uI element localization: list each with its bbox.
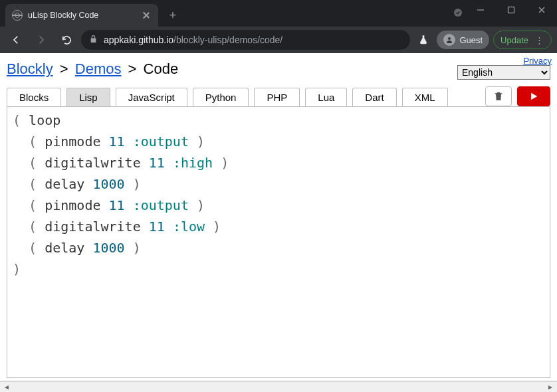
scroll-right-icon[interactable]: ► [545,383,556,392]
update-label: Update [501,35,528,45]
breadcrumb: Blockly > Demos > Code [7,60,178,78]
tab-javascript[interactable]: JavaScript [116,88,187,106]
page-header: Blockly > Demos > Code English [0,53,557,86]
tab-lisp[interactable]: Lisp [66,88,110,106]
tab-xml[interactable]: XML [402,88,448,106]
browser-tab[interactable]: uLisp Blockly Code [5,4,158,27]
avatar-icon [443,34,455,46]
tab-dart[interactable]: Dart [352,88,396,106]
address-bar[interactable]: appkaki.github.io/blockly-ulisp/demos/co… [81,30,410,50]
forward-button[interactable] [31,29,52,50]
globe-icon [12,10,23,21]
browser-toolbar: appkaki.github.io/blockly-ulisp/demos/co… [0,27,557,53]
breadcrumb-code: Code [144,60,179,77]
svg-point-5 [448,37,451,40]
update-button[interactable]: Update ⋮ [493,31,552,49]
tab-python[interactable]: Python [193,88,249,106]
code-tabs: BlocksLispJavaScriptPythonPHPLuaDartXML [0,86,557,106]
close-window-button[interactable] [526,0,557,20]
run-button[interactable] [517,86,550,106]
tab-blocks[interactable]: Blocks [7,88,61,106]
tab-php[interactable]: PHP [254,88,300,106]
labs-icon[interactable] [414,35,433,45]
new-tab-button[interactable]: + [164,6,182,25]
breadcrumb-sep: > [126,60,140,77]
url-text: appkaki.github.io/blockly-ulisp/demos/co… [104,35,282,45]
language-select[interactable]: English [457,65,550,80]
maximize-button[interactable] [496,0,526,20]
svg-rect-2 [508,7,514,13]
code-panel[interactable]: ( loop ( pinmode 11 :output ) ( digitalw… [7,106,550,378]
breadcrumb-blockly[interactable]: Blockly [7,60,53,77]
horizontal-scrollbar[interactable]: ◄ ► [0,381,557,392]
lock-icon [89,35,98,45]
search-tabs-icon[interactable] [452,7,464,19]
tab-title: uLisp Blockly Code [28,11,98,20]
more-icon: ⋮ [535,35,544,45]
code-text: ( loop ( pinmode 11 :output ) ( digitalw… [7,107,550,282]
browser-titlebar: uLisp Blockly Code + [0,0,557,27]
delete-button[interactable] [485,86,512,106]
page-content: Privacy Blockly > Demos > Code English B… [0,53,557,381]
close-tab-icon[interactable] [141,10,152,21]
back-button[interactable] [5,29,27,50]
minimize-button[interactable] [465,0,496,20]
window-controls [465,0,557,20]
profile-label: Guest [459,35,483,45]
profile-button[interactable]: Guest [437,31,489,49]
scroll-left-icon[interactable]: ◄ [1,383,12,392]
breadcrumb-demos[interactable]: Demos [75,60,122,77]
reload-button[interactable] [56,29,77,50]
privacy-link[interactable]: Privacy [523,56,552,66]
breadcrumb-sep: > [57,60,71,77]
tab-lua[interactable]: Lua [305,88,347,106]
